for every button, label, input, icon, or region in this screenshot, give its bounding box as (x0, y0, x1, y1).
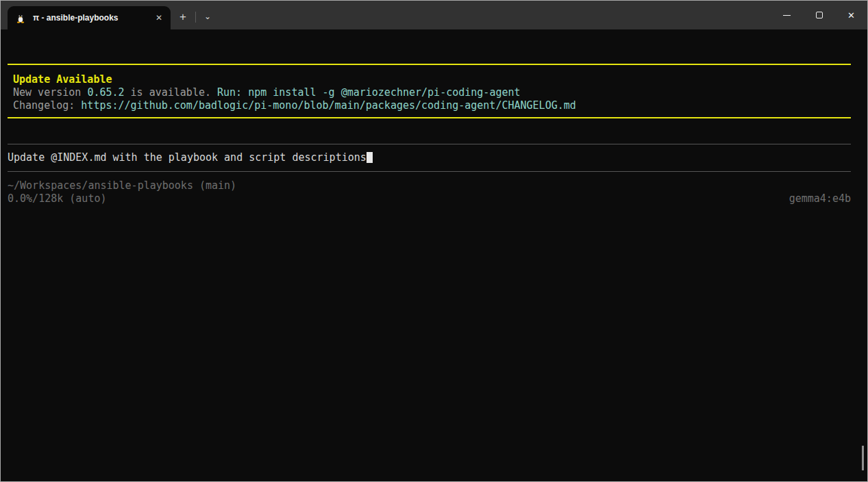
update-line1-prefix: New version (13, 86, 87, 99)
update-banner-title: Update Available (13, 73, 851, 86)
changelog-link[interactable]: https://github.com/badlogic/pi-mono/blob… (81, 99, 575, 112)
status-context-usage: 0.0%/128k (auto) (8, 192, 107, 205)
maximize-icon (816, 12, 823, 18)
status-workdir: ~/Workspaces/ansible-playbooks (main) (8, 179, 851, 192)
update-banner: Update Available New version 0.65.2 is a… (8, 64, 851, 118)
tab-close-icon[interactable]: ✕ (151, 10, 166, 25)
tab-actions: + ⌄ (171, 6, 219, 29)
new-tab-button[interactable]: + (171, 6, 195, 29)
scrollbar-thumb[interactable] (862, 446, 864, 470)
changelog-label: Changelog: (13, 99, 81, 112)
update-version: 0.65.2 (87, 86, 124, 99)
maximize-button[interactable] (803, 1, 835, 29)
tab-title: π - ansible-playbooks (33, 13, 151, 23)
tab-dropdown-button[interactable]: ⌄ (196, 6, 219, 29)
update-line1-middle: is available. (125, 86, 217, 99)
terminal-window: π - ansible-playbooks ✕ + ⌄ ✕ Update Ava… (0, 0, 868, 482)
tab-ansible-playbooks[interactable]: π - ansible-playbooks ✕ (8, 6, 171, 29)
status-model-name: gemma4:e4b (789, 192, 851, 205)
minimize-button[interactable] (771, 1, 803, 29)
update-install-command: Run: npm install -g @mariozechner/pi-cod… (217, 86, 521, 99)
prompt-text: Update @INDEX.md with the playbook and s… (8, 151, 367, 164)
update-banner-line2: Changelog: https://github.com/badlogic/p… (13, 99, 851, 112)
close-button[interactable]: ✕ (835, 1, 867, 29)
status-bar: ~/Workspaces/ansible-playbooks (main) 0.… (8, 179, 851, 205)
titlebar: π - ansible-playbooks ✕ + ⌄ ✕ (1, 1, 867, 29)
tux-penguin-icon (15, 12, 26, 23)
terminal-content: Update Available New version 0.65.2 is a… (1, 64, 867, 205)
window-controls: ✕ (771, 1, 867, 29)
close-icon: ✕ (847, 10, 855, 21)
prompt-input[interactable]: Update @INDEX.md with the playbook and s… (8, 144, 851, 172)
status-row: 0.0%/128k (auto) gemma4:e4b (8, 192, 851, 205)
minimize-icon (783, 15, 791, 16)
text-cursor (367, 152, 373, 163)
update-banner-line1: New version 0.65.2 is available. Run: np… (13, 86, 851, 99)
